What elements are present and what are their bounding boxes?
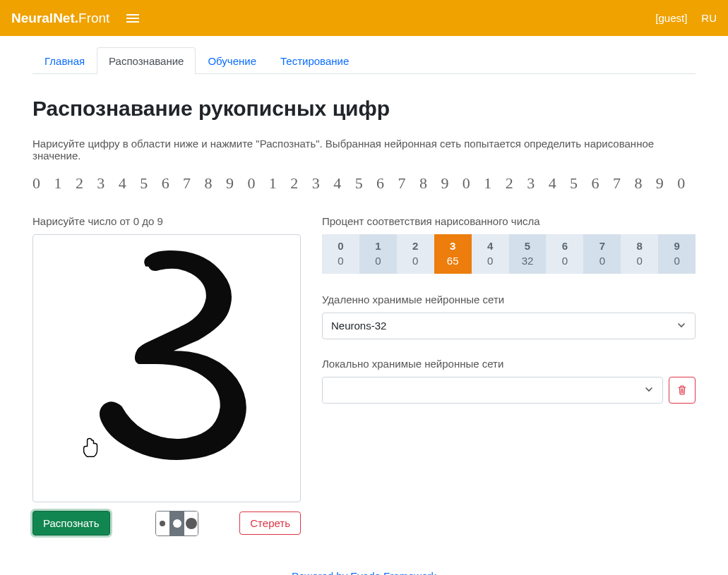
- remote-selected-value: Neurons-32: [331, 320, 386, 332]
- erase-button[interactable]: Стереть: [239, 512, 301, 535]
- percent-digit-label: 8: [621, 240, 658, 252]
- percent-digit-label: 2: [397, 240, 434, 252]
- percent-grid: 0010203654053260708090: [322, 234, 696, 274]
- percent-digit-value: 0: [322, 255, 359, 267]
- percent-cell-0: 00: [322, 234, 359, 274]
- brand-light: Front: [78, 11, 109, 25]
- recognize-button[interactable]: Распознать: [32, 511, 110, 535]
- brush-size-group: [155, 511, 199, 536]
- percent-digit-value: 0: [359, 255, 397, 267]
- brush-small[interactable]: [156, 512, 170, 535]
- percent-cell-4: 40: [472, 234, 509, 274]
- lang-switch[interactable]: RU: [701, 12, 717, 24]
- tab-testing[interactable]: Тестирование: [268, 47, 361, 74]
- percent-digit-label: 5: [509, 240, 547, 252]
- percent-cell-1: 10: [359, 234, 397, 274]
- brand[interactable]: NeuralNet.Front: [11, 11, 109, 26]
- draw-label: Нарисуйте число от 0 до 9: [32, 215, 301, 227]
- percent-digit-label: 6: [546, 240, 583, 252]
- percent-digit-label: 0: [322, 240, 359, 252]
- delete-local-button[interactable]: [669, 377, 696, 404]
- percent-label: Процент соответствия нарисованного числа: [322, 215, 696, 227]
- percent-digit-value: 0: [621, 255, 658, 267]
- tab-training[interactable]: Обучение: [196, 47, 268, 74]
- brush-large[interactable]: [184, 512, 198, 535]
- percent-digit-label: 9: [658, 240, 696, 252]
- percent-digit-label: 1: [359, 240, 397, 252]
- trash-icon: [676, 385, 688, 396]
- brand-strong: NeuralNet.: [11, 11, 78, 25]
- percent-cell-6: 60: [546, 234, 583, 274]
- percent-digit-value: 0: [472, 255, 509, 267]
- percent-digit-value: 0: [397, 255, 434, 267]
- tab-home[interactable]: Главная: [32, 47, 97, 74]
- topbar-right: [guest] RU: [655, 12, 717, 24]
- percent-digit-value: 0: [658, 255, 696, 267]
- percent-cell-3: 365: [434, 234, 472, 274]
- page-subtitle: Нарисуйте цифру в области ниже и нажмите…: [32, 138, 696, 162]
- percent-digit-value: 32: [509, 255, 547, 267]
- local-network-select[interactable]: [322, 377, 663, 404]
- percent-digit-value: 0: [583, 255, 621, 267]
- brush-medium[interactable]: [169, 512, 184, 535]
- remote-label: Удаленно хранимые нейронные сети: [322, 293, 696, 305]
- percent-cell-8: 80: [621, 234, 658, 274]
- percent-digit-value: 0: [546, 255, 583, 267]
- percent-cell-7: 70: [583, 234, 621, 274]
- topbar: NeuralNet.Front [guest] RU: [0, 0, 728, 36]
- drawing-canvas[interactable]: [32, 234, 301, 502]
- footer-link[interactable]: Powered by Evado Framework: [292, 570, 436, 575]
- tab-recognition[interactable]: Распознавание: [97, 47, 196, 74]
- percent-digit-value: 65: [434, 255, 472, 267]
- percent-digit-label: 7: [583, 240, 621, 252]
- user-label[interactable]: [guest]: [655, 12, 687, 24]
- canvas-toolbar: Распознать Стереть: [32, 511, 301, 536]
- percent-cell-5: 532: [509, 234, 547, 274]
- percent-cell-2: 20: [397, 234, 434, 274]
- page-title: Распознавание рукописных цифр: [32, 97, 696, 121]
- percent-cell-9: 90: [658, 234, 696, 274]
- percent-digit-label: 3: [434, 240, 472, 252]
- percent-digit-label: 4: [472, 240, 509, 252]
- digit-strip: 0 1 2 3 4 5 6 7 8 9 0 1 2 3 4 5 6 7 8 9 …: [32, 173, 696, 194]
- local-label: Локально хранимые нейронные сети: [322, 358, 696, 370]
- svg-text:0 1 2 3 4 5 6 7 8 9 0 1 2 3 4 : 0 1 2 3 4 5 6 7 8 9 0 1 2 3 4 5 6 7 8 9 …: [32, 174, 696, 192]
- hamburger-icon[interactable]: [126, 12, 139, 25]
- remote-network-select[interactable]: Neurons-32: [322, 313, 696, 339]
- nav-tabs: Главная Распознавание Обучение Тестирова…: [32, 47, 696, 74]
- footer: Powered by Evado Framework: [0, 557, 728, 575]
